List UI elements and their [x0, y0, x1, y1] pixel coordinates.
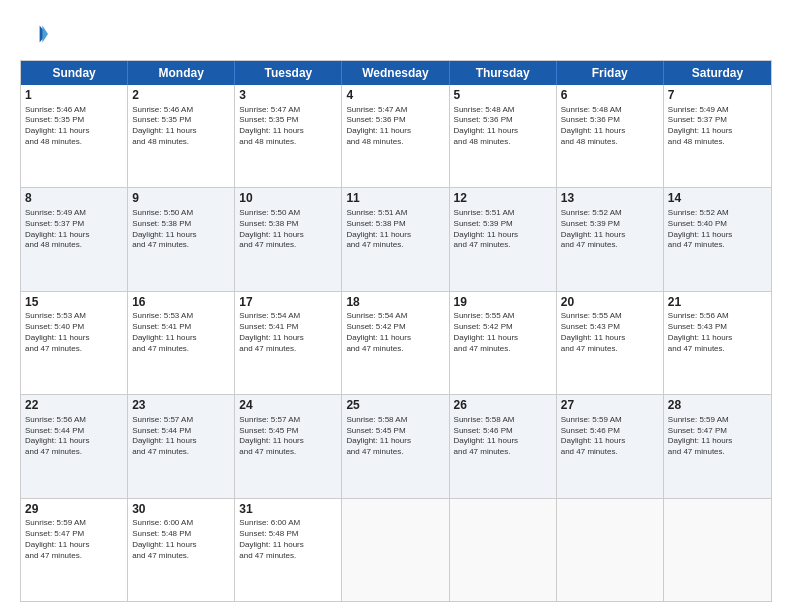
day-info: Sunrise: 5:59 AM [25, 518, 123, 529]
day-info: Sunrise: 5:53 AM [132, 311, 230, 322]
day-info: Sunrise: 5:52 AM [668, 208, 767, 219]
calendar-day-11: 11Sunrise: 5:51 AMSunset: 5:38 PMDayligh… [342, 188, 449, 290]
day-info: and 48 minutes. [132, 137, 230, 148]
calendar-empty [342, 499, 449, 601]
logo-icon [20, 20, 48, 48]
calendar-day-29: 29Sunrise: 5:59 AMSunset: 5:47 PMDayligh… [21, 499, 128, 601]
day-info: Sunrise: 5:56 AM [25, 415, 123, 426]
day-info: Sunrise: 5:48 AM [454, 105, 552, 116]
calendar-day-5: 5Sunrise: 5:48 AMSunset: 5:36 PMDaylight… [450, 85, 557, 187]
calendar-day-1: 1Sunrise: 5:46 AMSunset: 5:35 PMDaylight… [21, 85, 128, 187]
day-info: Sunrise: 5:57 AM [239, 415, 337, 426]
day-number: 4 [346, 88, 444, 104]
calendar-day-10: 10Sunrise: 5:50 AMSunset: 5:38 PMDayligh… [235, 188, 342, 290]
calendar-day-28: 28Sunrise: 5:59 AMSunset: 5:47 PMDayligh… [664, 395, 771, 497]
day-info: Daylight: 11 hours [25, 333, 123, 344]
day-info: Daylight: 11 hours [346, 333, 444, 344]
day-info: Daylight: 11 hours [25, 230, 123, 241]
calendar-day-30: 30Sunrise: 6:00 AMSunset: 5:48 PMDayligh… [128, 499, 235, 601]
calendar-week-1: 1Sunrise: 5:46 AMSunset: 5:35 PMDaylight… [21, 85, 771, 188]
day-info: and 47 minutes. [239, 447, 337, 458]
day-info: Daylight: 11 hours [454, 436, 552, 447]
day-info: Sunrise: 5:59 AM [668, 415, 767, 426]
day-info: Sunrise: 5:48 AM [561, 105, 659, 116]
day-info: Sunrise: 5:57 AM [132, 415, 230, 426]
day-info: Sunrise: 5:47 AM [239, 105, 337, 116]
day-number: 27 [561, 398, 659, 414]
day-info: Sunset: 5:48 PM [132, 529, 230, 540]
calendar-day-13: 13Sunrise: 5:52 AMSunset: 5:39 PMDayligh… [557, 188, 664, 290]
calendar-week-4: 22Sunrise: 5:56 AMSunset: 5:44 PMDayligh… [21, 395, 771, 498]
day-info: Sunrise: 5:54 AM [239, 311, 337, 322]
day-info: and 47 minutes. [561, 447, 659, 458]
day-info: and 47 minutes. [132, 344, 230, 355]
header-day-sunday: Sunday [21, 61, 128, 85]
day-info: Daylight: 11 hours [25, 540, 123, 551]
day-number: 5 [454, 88, 552, 104]
day-info: Sunset: 5:46 PM [561, 426, 659, 437]
calendar-day-18: 18Sunrise: 5:54 AMSunset: 5:42 PMDayligh… [342, 292, 449, 394]
day-info: Sunset: 5:46 PM [454, 426, 552, 437]
calendar-day-26: 26Sunrise: 5:58 AMSunset: 5:46 PMDayligh… [450, 395, 557, 497]
day-info: Sunset: 5:38 PM [346, 219, 444, 230]
day-info: Daylight: 11 hours [239, 230, 337, 241]
day-info: Sunset: 5:39 PM [561, 219, 659, 230]
day-number: 19 [454, 295, 552, 311]
day-info: Sunrise: 5:50 AM [132, 208, 230, 219]
calendar-empty [450, 499, 557, 601]
day-info: Sunrise: 5:46 AM [25, 105, 123, 116]
calendar-day-27: 27Sunrise: 5:59 AMSunset: 5:46 PMDayligh… [557, 395, 664, 497]
day-info: Sunrise: 5:55 AM [454, 311, 552, 322]
day-number: 23 [132, 398, 230, 414]
page: SundayMondayTuesdayWednesdayThursdayFrid… [0, 0, 792, 612]
day-info: Sunset: 5:36 PM [454, 115, 552, 126]
day-info: Sunset: 5:35 PM [25, 115, 123, 126]
day-number: 10 [239, 191, 337, 207]
day-info: Sunrise: 5:52 AM [561, 208, 659, 219]
day-info: and 47 minutes. [454, 344, 552, 355]
day-info: Sunrise: 5:53 AM [25, 311, 123, 322]
day-info: Sunrise: 5:56 AM [668, 311, 767, 322]
day-info: Sunset: 5:45 PM [346, 426, 444, 437]
day-info: Sunset: 5:47 PM [668, 426, 767, 437]
calendar-day-12: 12Sunrise: 5:51 AMSunset: 5:39 PMDayligh… [450, 188, 557, 290]
calendar-day-22: 22Sunrise: 5:56 AMSunset: 5:44 PMDayligh… [21, 395, 128, 497]
day-info: Sunset: 5:35 PM [239, 115, 337, 126]
day-number: 28 [668, 398, 767, 414]
header-day-friday: Friday [557, 61, 664, 85]
day-info: Sunset: 5:38 PM [132, 219, 230, 230]
day-number: 3 [239, 88, 337, 104]
day-info: Sunrise: 5:46 AM [132, 105, 230, 116]
day-info: Daylight: 11 hours [454, 333, 552, 344]
calendar-empty [557, 499, 664, 601]
svg-marker-1 [42, 26, 48, 43]
day-info: Daylight: 11 hours [561, 230, 659, 241]
day-info: and 47 minutes. [668, 240, 767, 251]
day-number: 13 [561, 191, 659, 207]
day-number: 1 [25, 88, 123, 104]
day-info: Daylight: 11 hours [132, 126, 230, 137]
calendar-empty [664, 499, 771, 601]
calendar-day-31: 31Sunrise: 6:00 AMSunset: 5:48 PMDayligh… [235, 499, 342, 601]
calendar-day-17: 17Sunrise: 5:54 AMSunset: 5:41 PMDayligh… [235, 292, 342, 394]
day-number: 30 [132, 502, 230, 518]
calendar-day-23: 23Sunrise: 5:57 AMSunset: 5:44 PMDayligh… [128, 395, 235, 497]
calendar: SundayMondayTuesdayWednesdayThursdayFrid… [20, 60, 772, 602]
day-number: 7 [668, 88, 767, 104]
day-info: and 48 minutes. [25, 137, 123, 148]
day-info: Sunrise: 5:51 AM [454, 208, 552, 219]
day-info: Sunset: 5:36 PM [346, 115, 444, 126]
day-number: 11 [346, 191, 444, 207]
day-info: and 47 minutes. [25, 344, 123, 355]
day-info: Sunrise: 5:50 AM [239, 208, 337, 219]
day-info: Sunrise: 6:00 AM [132, 518, 230, 529]
day-info: Daylight: 11 hours [346, 436, 444, 447]
day-info: Sunrise: 5:47 AM [346, 105, 444, 116]
day-info: and 48 minutes. [668, 137, 767, 148]
day-info: and 47 minutes. [561, 240, 659, 251]
day-info: Daylight: 11 hours [346, 230, 444, 241]
day-info: Sunset: 5:48 PM [239, 529, 337, 540]
day-info: and 47 minutes. [132, 240, 230, 251]
calendar-day-8: 8Sunrise: 5:49 AMSunset: 5:37 PMDaylight… [21, 188, 128, 290]
day-number: 9 [132, 191, 230, 207]
